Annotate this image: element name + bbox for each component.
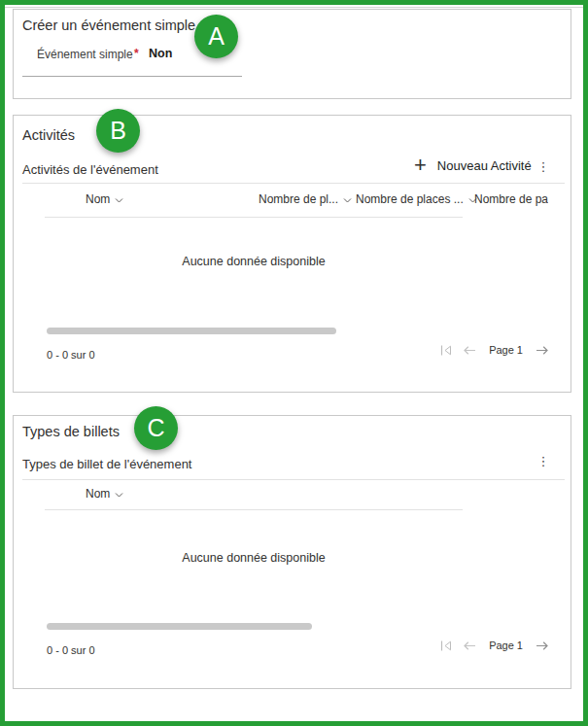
column-header-nombre-de-pl[interactable]: Nombre de pl...	[259, 192, 352, 206]
chevron-down-icon	[115, 198, 123, 203]
subgrid-title-ticket-types: Types de billet de l'événement	[22, 457, 191, 471]
next-page-icon[interactable]	[536, 640, 549, 651]
page-number-label: Page 1	[487, 344, 525, 356]
field-label-evenement-simple: Événement simple	[37, 48, 133, 61]
field-value-evenement-simple[interactable]: Non	[149, 47, 172, 60]
plus-icon: +	[414, 156, 427, 175]
more-commands-icon[interactable]: ⋮	[536, 159, 550, 175]
grid-row-divider	[45, 217, 463, 218]
subgrid-header-divider	[22, 183, 565, 184]
column-header-nombre-de-par[interactable]: Nombre de par	[474, 192, 548, 206]
chevron-down-icon	[343, 198, 352, 203]
section-create-simple-event: Créer un événement simple Événement simp…	[13, 9, 571, 99]
column-label: Nom	[86, 192, 110, 206]
annotation-badge-c: C	[134, 406, 178, 450]
subgrid-title-activities: Activités de l'événement	[22, 162, 158, 177]
new-activity-button[interactable]: + Nouveau Activité	[414, 156, 532, 175]
form-page: Créer un événement simple Événement simp…	[0, 0, 588, 726]
column-label: Nom	[86, 487, 110, 501]
top-divider	[5, 7, 583, 8]
new-activity-button-label: Nouveau Activité	[437, 158, 532, 173]
page-number-label: Page 1	[487, 640, 525, 651]
record-count: 0 - 0 sur 0	[47, 349, 95, 361]
section-title-simple-event: Créer un événement simple	[22, 17, 195, 33]
next-page-icon[interactable]	[536, 345, 549, 356]
chevron-down-icon	[115, 493, 123, 498]
empty-grid-message: Aucune donnée disponible	[45, 551, 463, 565]
grid-pagination: Page 1	[439, 640, 549, 651]
previous-page-icon[interactable]	[463, 640, 476, 651]
previous-page-icon[interactable]	[463, 345, 476, 356]
section-title-ticket-types: Types de billets	[22, 424, 120, 439]
grid-pagination: Page 1	[439, 344, 549, 356]
section-activities: Activités Activités de l'événement + Nou…	[13, 115, 571, 393]
more-commands-icon[interactable]: ⋮	[536, 454, 550, 469]
first-page-icon[interactable]	[439, 640, 452, 651]
annotation-badge-b: B	[96, 109, 140, 153]
required-asterisk: *	[134, 47, 139, 60]
first-page-icon[interactable]	[439, 345, 452, 356]
annotation-badge-a: A	[194, 15, 238, 58]
column-label: Nombre de pl...	[259, 192, 338, 206]
grid-row-divider	[45, 509, 463, 510]
column-label: Nombre de places ...	[356, 192, 464, 206]
section-title-activities: Activités	[22, 127, 75, 143]
horizontal-scrollbar[interactable]	[47, 328, 336, 334]
horizontal-scrollbar[interactable]	[47, 623, 312, 630]
column-header-nom[interactable]: Nom	[86, 487, 123, 501]
empty-grid-message: Aucune donnée disponible	[45, 255, 463, 268]
subgrid-header-divider	[22, 479, 565, 480]
column-label: Nombre de par	[474, 192, 548, 206]
record-count: 0 - 0 sur 0	[47, 644, 95, 656]
field-underline	[22, 76, 242, 77]
column-header-nombre-de-places[interactable]: Nombre de places ...	[356, 192, 477, 206]
column-header-nom[interactable]: Nom	[86, 192, 123, 206]
section-ticket-types: Types de billets Types de billet de l'év…	[13, 415, 571, 689]
